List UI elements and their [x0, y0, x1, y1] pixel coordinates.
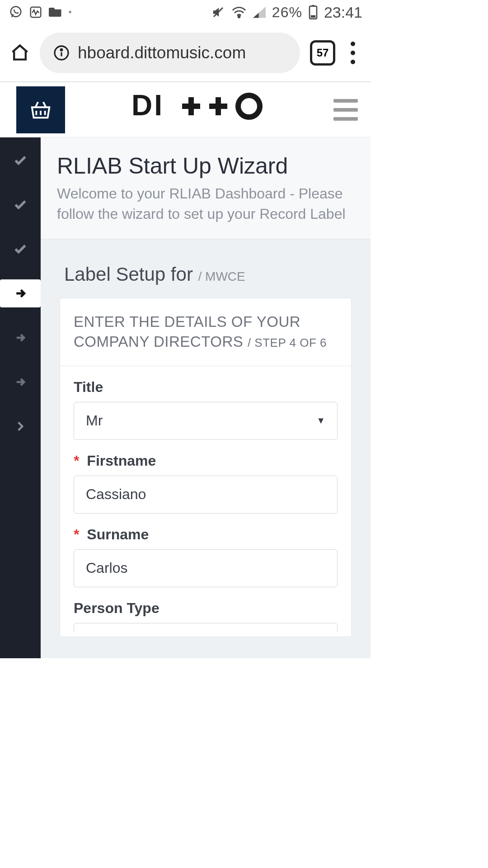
field-person-type: Person Type — [74, 600, 338, 632]
svg-point-13 — [238, 95, 260, 117]
activity-icon — [29, 5, 42, 19]
wizard-step-4-active[interactable] — [0, 279, 41, 307]
svg-point-7 — [61, 49, 62, 51]
svg-rect-4 — [312, 5, 314, 7]
wizard-step-1[interactable] — [0, 146, 41, 175]
menu-icon[interactable] — [333, 99, 358, 121]
android-status-bar: • 26% 23: — [0, 0, 371, 24]
battery-icon — [309, 5, 318, 19]
status-clock: 23:41 — [324, 4, 362, 21]
home-icon[interactable] — [10, 43, 30, 63]
check-icon — [13, 153, 28, 168]
wizard-subtitle: Welcome to your RLIAB Dashboard - Please… — [57, 184, 354, 224]
folder-icon — [49, 6, 62, 18]
select-person-type[interactable] — [74, 623, 338, 632]
wizard-title: RLIAB Start Up Wizard — [57, 153, 354, 179]
required-marker: * — [74, 453, 79, 469]
mute-icon — [211, 5, 225, 19]
input-surname[interactable] — [74, 549, 338, 587]
cart-button[interactable] — [16, 86, 65, 133]
wizard-step-2[interactable] — [0, 191, 41, 219]
url-bar[interactable]: hboard.dittomusic.com — [40, 33, 300, 73]
chevron-down-icon: ▼ — [316, 415, 325, 426]
basket-icon — [28, 99, 53, 121]
brand-logo[interactable]: DI — [65, 91, 333, 129]
whatsapp-icon — [9, 5, 23, 19]
chevron-right-icon — [14, 420, 26, 432]
battery-percent: 26% — [272, 4, 302, 21]
input-firstname[interactable] — [74, 476, 338, 514]
wizard-step-5[interactable] — [0, 324, 41, 352]
wizard-step-6[interactable] — [0, 368, 41, 396]
select-title-value: Mr — [86, 412, 103, 429]
browser-menu-icon[interactable] — [345, 42, 361, 64]
tab-count-value: 57 — [317, 47, 329, 59]
wifi-icon — [231, 6, 247, 19]
card-title-step: / STEP 4 OF 6 — [248, 336, 327, 349]
label-person-type: Person Type — [74, 600, 338, 617]
wizard-header: RLIAB Start Up Wizard Welcome to your RL… — [41, 137, 371, 239]
setup-heading: Label Setup for / MWCE — [41, 239, 371, 298]
site-header: DI — [0, 82, 371, 137]
check-icon — [13, 198, 28, 212]
directors-form-card: ENTER THE DETAILS OF YOUR COMPANY DIRECT… — [60, 298, 352, 637]
select-title[interactable]: Mr ▼ — [74, 402, 338, 440]
wizard-step-3[interactable] — [0, 235, 41, 263]
setup-heading-suffix: / MWCE — [198, 269, 245, 283]
field-surname: * Surname — [74, 526, 338, 587]
arrow-right-icon — [14, 331, 27, 344]
wizard-step-7[interactable] — [0, 412, 41, 440]
required-marker: * — [74, 526, 79, 542]
field-title: Title Mr ▼ — [74, 379, 338, 440]
setup-heading-prefix: Label Setup for — [64, 264, 193, 285]
browser-toolbar: hboard.dittomusic.com 57 — [0, 24, 371, 82]
field-firstname: * Firstname — [74, 453, 338, 514]
label-firstname: Firstname — [87, 453, 156, 469]
info-icon[interactable] — [53, 45, 70, 61]
cell-signal-icon — [253, 6, 266, 18]
dot-icon: • — [69, 8, 71, 17]
arrow-right-icon — [14, 287, 27, 300]
card-divider — [60, 366, 351, 366]
tab-switcher[interactable]: 57 — [310, 40, 335, 66]
svg-text:DI: DI — [131, 91, 164, 122]
arrow-right-icon — [14, 376, 27, 388]
svg-point-2 — [238, 16, 240, 18]
svg-rect-5 — [311, 15, 316, 18]
card-title: ENTER THE DETAILS OF YOUR COMPANY DIRECT… — [74, 312, 338, 352]
wizard-step-rail — [0, 137, 41, 658]
label-surname: Surname — [87, 526, 149, 542]
check-icon — [13, 242, 28, 256]
url-text: hboard.dittomusic.com — [78, 43, 246, 62]
label-title: Title — [74, 379, 338, 396]
